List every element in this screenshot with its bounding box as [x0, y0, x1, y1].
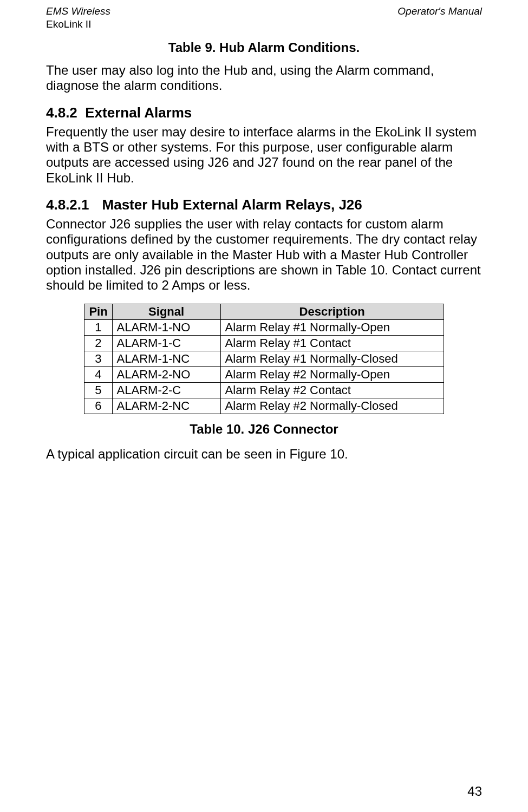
table10-cell-description: Alarm Relay #1 Normally-Open [220, 320, 444, 336]
table10-cell-signal: ALARM-1-NO [112, 320, 220, 336]
table-row: 5 ALARM-2-C Alarm Relay #2 Contact [84, 383, 444, 398]
header-right: Operator's Manual [397, 5, 482, 17]
section-4-8-2-1-text: Connector J26 supplies the user with rel… [46, 217, 482, 293]
table10-cell-description: Alarm Relay #2 Normally-Closed [220, 398, 444, 414]
table10-header-row: Pin Signal Description [84, 304, 444, 320]
section-4-8-2-title: External Alarms [85, 104, 192, 121]
table10-header-signal: Signal [112, 304, 220, 320]
header-left-line1: EMS Wireless [46, 5, 110, 17]
table-row: 2 ALARM-1-C Alarm Relay #1 Contact [84, 336, 444, 351]
section-4-8-2-1-heading: 4.8.2.1Master Hub External Alarm Relays,… [46, 197, 482, 213]
table9-caption: Table 9. Hub Alarm Conditions. [46, 40, 482, 55]
section-4-8-2-text: Frequently the user may desire to interf… [46, 125, 482, 186]
table10-cell-description: Alarm Relay #2 Normally-Open [220, 367, 444, 383]
table10-header-description: Description [220, 304, 444, 320]
table-row: 6 ALARM-2-NC Alarm Relay #2 Normally-Clo… [84, 398, 444, 414]
header-left-line2: EkoLink II [46, 18, 482, 30]
table-row: 3 ALARM-1-NC Alarm Relay #1 Normally-Clo… [84, 351, 444, 367]
section-4-8-2-1-title: Master Hub External Alarm Relays, J26 [102, 197, 362, 213]
section-4-8-2-heading: 4.8.2 External Alarms [46, 104, 482, 121]
table10: Pin Signal Description 1 ALARM-1-NO Alar… [84, 304, 444, 414]
intro-paragraph: The user may also log into the Hub and, … [46, 63, 482, 94]
table10-caption: Table 10. J26 Connector [46, 422, 482, 437]
table-row: 4 ALARM-2-NO Alarm Relay #2 Normally-Ope… [84, 367, 444, 383]
table10-cell-signal: ALARM-2-C [112, 383, 220, 398]
table10-cell-pin: 2 [84, 336, 112, 351]
page-number: 43 [467, 784, 482, 799]
table10-cell-pin: 4 [84, 367, 112, 383]
table10-cell-signal: ALARM-2-NO [112, 367, 220, 383]
table10-cell-pin: 5 [84, 383, 112, 398]
table10-cell-signal: ALARM-1-NC [112, 351, 220, 367]
table10-cell-signal: ALARM-1-C [112, 336, 220, 351]
section-4-8-2-1-number: 4.8.2.1 [46, 197, 89, 213]
table10-cell-pin: 6 [84, 398, 112, 414]
table10-cell-description: Alarm Relay #2 Contact [220, 383, 444, 398]
table10-cell-signal: ALARM-2-NC [112, 398, 220, 414]
table10-cell-pin: 1 [84, 320, 112, 336]
page-header: EMS Wireless Operator's Manual [46, 5, 482, 17]
table10-header-pin: Pin [84, 304, 112, 320]
after-table-paragraph: A typical application circuit can be see… [46, 447, 482, 462]
section-4-8-2-number: 4.8.2 [46, 104, 77, 121]
table10-cell-pin: 3 [84, 351, 112, 367]
table10-cell-description: Alarm Relay #1 Contact [220, 336, 444, 351]
table-row: 1 ALARM-1-NO Alarm Relay #1 Normally-Ope… [84, 320, 444, 336]
table10-cell-description: Alarm Relay #1 Normally-Closed [220, 351, 444, 367]
